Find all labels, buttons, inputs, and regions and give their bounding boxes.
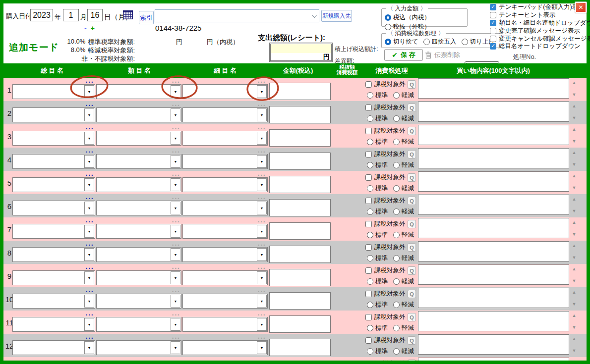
scroll-down-icon[interactable]: ▼ — [571, 208, 578, 213]
year-input[interactable] — [30, 9, 53, 21]
scroll-down-icon[interactable]: ▼ — [571, 185, 578, 190]
cat3-dots-indicator[interactable]: ... — [252, 123, 272, 130]
index-button[interactable]: 索引 — [139, 11, 154, 24]
checkbox-icon[interactable] — [490, 20, 496, 26]
cat1-combobox[interactable]: ▼ — [12, 154, 95, 169]
reduced-rate-radio[interactable] — [393, 255, 400, 261]
standard-rate-option[interactable]: 標準 — [367, 324, 388, 332]
scroll-up-icon[interactable]: ▲ — [571, 243, 578, 248]
amount-input[interactable] — [269, 222, 331, 240]
cat3-dots-indicator[interactable]: ... — [252, 263, 272, 270]
cat3-combobox[interactable]: ▼ — [182, 177, 268, 192]
tax-exempt-checkbox[interactable] — [365, 244, 372, 251]
q-button[interactable]: Q — [408, 266, 416, 275]
amount-input[interactable] — [269, 292, 331, 310]
dropdown-arrow-icon[interactable]: ▼ — [257, 85, 267, 98]
tax-exempt-option[interactable]: 課税対象外 — [365, 197, 406, 205]
cat2-combobox[interactable]: ▼ — [96, 224, 181, 239]
reduced-rate-radio[interactable] — [393, 302, 400, 308]
cat3-combobox[interactable]: ▼ — [182, 340, 268, 355]
cat3-combobox[interactable]: ▼ — [182, 154, 268, 169]
dropdown-arrow-icon[interactable]: ▼ — [257, 108, 267, 121]
standard-rate-radio[interactable] — [367, 185, 373, 192]
purchase-content-textarea[interactable] — [418, 125, 569, 145]
new-vendor-button[interactable]: 新規購入先 — [321, 10, 352, 22]
dropdown-arrow-icon[interactable]: ▼ — [257, 225, 267, 238]
dropdown-arrow-icon[interactable]: ▼ — [171, 225, 180, 238]
cat2-combobox[interactable]: ▼ — [96, 177, 181, 192]
reduced-rate-option[interactable]: 軽減 — [393, 91, 414, 100]
cat1-combobox[interactable]: ▼ — [12, 224, 95, 239]
cat1-dots-indicator[interactable]: ... — [80, 240, 100, 247]
scroll-down-icon[interactable]: ▼ — [571, 232, 578, 237]
dropdown-arrow-icon[interactable]: ▼ — [84, 318, 94, 331]
tax-exempt-option[interactable]: 課税対象外 — [365, 267, 406, 275]
reduced-rate-option[interactable]: 軽減 — [393, 184, 414, 193]
display-option[interactable]: 総目名オートドロップダウン — [490, 43, 590, 51]
total-amount-input[interactable]: 円 — [269, 43, 333, 62]
scroll-up-icon[interactable]: ▲ — [571, 127, 578, 132]
amount-input[interactable] — [269, 339, 331, 356]
dropdown-arrow-icon[interactable]: ▼ — [171, 341, 180, 354]
cat3-combobox[interactable]: ▼ — [182, 247, 268, 262]
dropdown-arrow-icon[interactable]: ▼ — [257, 295, 267, 308]
scroll-down-icon[interactable]: ▼ — [571, 92, 578, 97]
dropdown-arrow-icon[interactable]: ▼ — [257, 155, 267, 168]
dropdown-arrow-icon[interactable]: ▼ — [171, 155, 180, 168]
tax-exempt-checkbox[interactable] — [365, 128, 372, 134]
dropdown-arrow-icon[interactable]: ▼ — [84, 295, 94, 308]
checkbox-icon[interactable] — [490, 4, 496, 10]
tax-exempt-checkbox[interactable] — [365, 221, 372, 227]
checkbox-icon[interactable] — [490, 36, 496, 42]
purchase-content-textarea[interactable] — [418, 102, 569, 122]
reduced-rate-radio[interactable] — [393, 185, 400, 192]
amount-input[interactable] — [269, 199, 331, 216]
scroll-down-icon[interactable]: ▼ — [571, 348, 578, 353]
scroll-up-icon[interactable]: ▲ — [571, 290, 578, 295]
amount-input[interactable] — [269, 129, 331, 147]
cat1-dots-indicator[interactable]: ... — [80, 333, 100, 340]
cat3-dots-indicator[interactable]: ... — [252, 100, 272, 107]
cat3-dots-indicator[interactable]: ... — [252, 170, 272, 177]
cat3-combobox[interactable]: ▼ — [182, 270, 268, 285]
reduced-rate-option[interactable]: 軽減 — [393, 254, 414, 262]
standard-rate-option[interactable]: 標準 — [367, 114, 388, 123]
scroll-down-icon[interactable]: ▼ — [571, 115, 578, 120]
amount-input[interactable] — [269, 176, 331, 193]
scroll-up-icon[interactable]: ▲ — [571, 150, 578, 155]
tax-exempt-option[interactable]: 課税対象外 — [365, 104, 406, 112]
cat2-combobox[interactable]: ▼ — [96, 270, 181, 285]
reduced-rate-option[interactable]: 軽減 — [393, 114, 414, 123]
dropdown-arrow-icon[interactable]: ▼ — [171, 318, 180, 331]
standard-rate-option[interactable]: 標準 — [367, 184, 388, 193]
radio-icon[interactable] — [385, 39, 391, 45]
cat2-dots-indicator[interactable]: ... — [166, 193, 186, 200]
tax-exempt-option[interactable]: 課税対象外 — [365, 313, 406, 321]
tax-exempt-checkbox[interactable] — [365, 267, 372, 274]
reduced-rate-radio[interactable] — [393, 278, 400, 285]
dropdown-arrow-icon[interactable]: ▼ — [257, 248, 267, 261]
cat2-combobox[interactable]: ▼ — [96, 201, 181, 215]
standard-rate-radio[interactable] — [367, 348, 373, 355]
dropdown-arrow-icon[interactable]: ▼ — [171, 132, 180, 145]
dropdown-arrow-icon[interactable]: ▼ — [84, 108, 94, 121]
reduced-rate-option[interactable]: 軽減 — [393, 277, 414, 286]
q-button[interactable]: Q — [408, 290, 416, 298]
amount-input[interactable] — [269, 246, 331, 263]
cat1-dots-indicator[interactable]: ... — [80, 193, 100, 200]
standard-rate-radio[interactable] — [367, 208, 373, 215]
q-button[interactable]: Q — [408, 197, 416, 205]
scroll-down-icon[interactable]: ▼ — [571, 255, 578, 260]
q-button[interactable]: Q — [408, 313, 416, 321]
cat1-combobox[interactable]: ▼ — [12, 340, 95, 355]
purchase-content-textarea[interactable] — [418, 288, 569, 308]
day-input[interactable] — [87, 9, 103, 21]
standard-rate-radio[interactable] — [367, 162, 373, 168]
scroll-up-icon[interactable]: ▲ — [571, 80, 578, 85]
purchase-content-textarea[interactable] — [418, 218, 569, 238]
dropdown-arrow-icon[interactable]: ▼ — [84, 341, 94, 354]
scroll-up-icon[interactable]: ▲ — [571, 336, 578, 341]
q-button[interactable]: Q — [408, 173, 416, 182]
cat3-combobox[interactable]: ▼ — [182, 201, 268, 215]
cat2-dots-indicator[interactable]: ... — [166, 310, 186, 316]
